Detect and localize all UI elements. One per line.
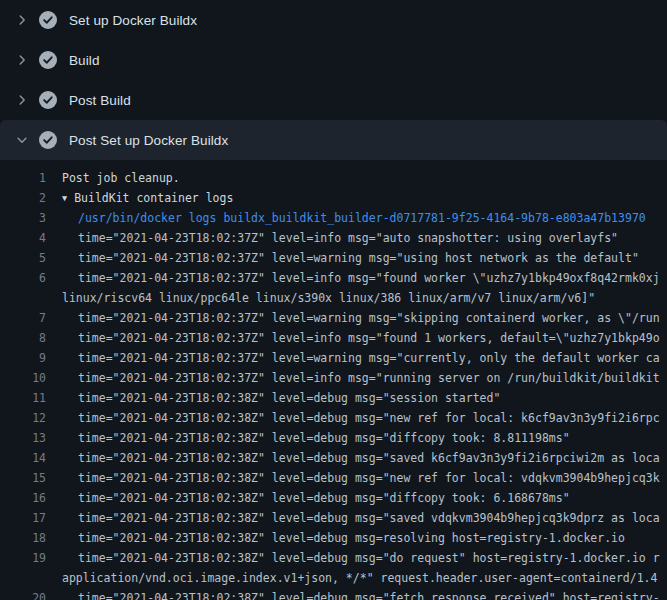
log-line: 5 time="2021-04-23T18:02:37Z" level=warn…: [0, 248, 667, 268]
log-area: 1 Post job cleanup. 2 ▼BuildKit containe…: [0, 160, 667, 600]
log-line-text: time="2021-04-23T18:02:37Z" level=warnin…: [78, 308, 660, 328]
log-line-number[interactable]: 17: [0, 508, 46, 528]
check-circle-icon: [39, 91, 57, 109]
log-line-text: time="2021-04-23T18:02:38Z" level=debug …: [78, 588, 660, 600]
step-header-post-set-up-docker-buildx[interactable]: Post Set up Docker Buildx: [0, 120, 667, 160]
log-line: 4 time="2021-04-23T18:02:37Z" level=info…: [0, 228, 667, 248]
log-line-number[interactable]: 5: [0, 248, 46, 268]
log-line-text: time="2021-04-23T18:02:38Z" level=debug …: [78, 388, 500, 408]
log-line-text: time="2021-04-23T18:02:38Z" level=debug …: [78, 548, 660, 568]
log-line: 9 time="2021-04-23T18:02:37Z" level=warn…: [0, 348, 667, 368]
log-line-text: Post job cleanup.: [62, 168, 180, 188]
log-line-text: ▼BuildKit container logs: [62, 188, 233, 208]
group-title[interactable]: BuildKit container logs: [74, 191, 233, 205]
log-line-number[interactable]: 9: [0, 348, 46, 368]
log-line-number[interactable]: 11: [0, 388, 46, 408]
step-header-build[interactable]: Build: [0, 40, 667, 80]
log-line: 16 time="2021-04-23T18:02:38Z" level=deb…: [0, 488, 667, 508]
log-line-text: time="2021-04-23T18:02:37Z" level=warnin…: [78, 248, 639, 268]
log-line: 19 time="2021-04-23T18:02:38Z" level=deb…: [0, 548, 667, 568]
step-title: Set up Docker Buildx: [69, 13, 197, 28]
chevron-icon[interactable]: [14, 12, 30, 28]
log-line-text: time="2021-04-23T18:02:38Z" level=debug …: [78, 428, 570, 448]
log-line: 12 time="2021-04-23T18:02:38Z" level=deb…: [0, 408, 667, 428]
log-line-number[interactable]: 6: [0, 268, 46, 288]
steps-list: Set up Docker Buildx Build P: [0, 0, 667, 160]
actions-job-log-viewer: Set up Docker Buildx Build P: [0, 0, 667, 600]
log-line: 10 time="2021-04-23T18:02:37Z" level=inf…: [0, 368, 667, 388]
log-line-number[interactable]: 1: [0, 168, 46, 188]
log-line: linux/riscv64 linux/ppc64le linux/s390x …: [0, 288, 667, 308]
log-line-text: time="2021-04-23T18:02:37Z" level=info m…: [78, 328, 660, 348]
log-line-text: time="2021-04-23T18:02:37Z" level=warnin…: [78, 348, 660, 368]
check-circle-icon: [39, 131, 57, 149]
log-line-number[interactable]: 15: [0, 468, 46, 488]
chevron-icon[interactable]: [14, 132, 30, 148]
log-line-number[interactable]: [0, 288, 46, 308]
log-line: 20 time="2021-04-23T18:02:38Z" level=deb…: [0, 588, 667, 600]
log-line-number[interactable]: 16: [0, 488, 46, 508]
log-line: 8 time="2021-04-23T18:02:37Z" level=info…: [0, 328, 667, 348]
step-title: Build: [69, 53, 100, 68]
log-line-number[interactable]: 4: [0, 228, 46, 248]
check-circle-icon: [39, 11, 57, 29]
log-line: 11 time="2021-04-23T18:02:38Z" level=deb…: [0, 388, 667, 408]
log-line-text: time="2021-04-23T18:02:38Z" level=debug …: [78, 488, 570, 508]
log-line-number[interactable]: 18: [0, 528, 46, 548]
log-line-number[interactable]: 20: [0, 588, 46, 600]
log-line-text: time="2021-04-23T18:02:38Z" level=debug …: [78, 528, 625, 548]
log-line-text: time="2021-04-23T18:02:37Z" level=info m…: [78, 228, 618, 248]
chevron-icon[interactable]: [14, 92, 30, 108]
log-line: 13 time="2021-04-23T18:02:38Z" level=deb…: [0, 428, 667, 448]
log-line-number[interactable]: 12: [0, 408, 46, 428]
log-line-number[interactable]: 2: [0, 188, 46, 208]
log-line-number[interactable]: [0, 568, 46, 588]
log-line-text: time="2021-04-23T18:02:38Z" level=debug …: [78, 508, 660, 528]
chevron-icon[interactable]: [14, 52, 30, 68]
log-line: 6 time="2021-04-23T18:02:37Z" level=info…: [0, 268, 667, 288]
log-line-text: time="2021-04-23T18:02:37Z" level=info m…: [78, 368, 660, 388]
log-line-text: time="2021-04-23T18:02:38Z" level=debug …: [78, 448, 660, 468]
log-line-number[interactable]: 10: [0, 368, 46, 388]
step-header-post-build[interactable]: Post Build: [0, 80, 667, 120]
log-line-number[interactable]: 13: [0, 428, 46, 448]
log-line: 7 time="2021-04-23T18:02:37Z" level=warn…: [0, 308, 667, 328]
log-line-text: time="2021-04-23T18:02:38Z" level=debug …: [78, 468, 660, 488]
log-line-number[interactable]: 14: [0, 448, 46, 468]
log-line-number[interactable]: 3: [0, 208, 46, 228]
log-line-number[interactable]: 8: [0, 328, 46, 348]
log-line: 14 time="2021-04-23T18:02:38Z" level=deb…: [0, 448, 667, 468]
log-line: application/vnd.oci.image.index.v1+json,…: [0, 568, 667, 588]
step-header-set-up-docker-buildx[interactable]: Set up Docker Buildx: [0, 0, 667, 40]
step-title: Post Set up Docker Buildx: [69, 133, 228, 148]
log-line-number[interactable]: 7: [0, 308, 46, 328]
log-line-number[interactable]: 19: [0, 548, 46, 568]
log-line-text: time="2021-04-23T18:02:38Z" level=debug …: [78, 408, 660, 428]
log-line-text: /usr/bin/docker logs buildx_buildkit_bui…: [78, 208, 646, 228]
log-line-text: linux/riscv64 linux/ppc64le linux/s390x …: [62, 288, 595, 308]
log-line-text: time="2021-04-23T18:02:37Z" level=info m…: [78, 268, 660, 288]
log-line-text: application/vnd.oci.image.index.v1+json,…: [62, 568, 657, 588]
step-title: Post Build: [69, 93, 131, 108]
check-circle-icon: [39, 51, 57, 69]
group-collapse-arrow-icon[interactable]: ▼: [62, 188, 67, 208]
log-line: 2 ▼BuildKit container logs: [0, 188, 667, 208]
log-line: 15 time="2021-04-23T18:02:38Z" level=deb…: [0, 468, 667, 488]
log-line: 18 time="2021-04-23T18:02:38Z" level=deb…: [0, 528, 667, 548]
log-line: 17 time="2021-04-23T18:02:38Z" level=deb…: [0, 508, 667, 528]
log-line: 3 /usr/bin/docker logs buildx_buildkit_b…: [0, 208, 667, 228]
log-line: 1 Post job cleanup.: [0, 168, 667, 188]
